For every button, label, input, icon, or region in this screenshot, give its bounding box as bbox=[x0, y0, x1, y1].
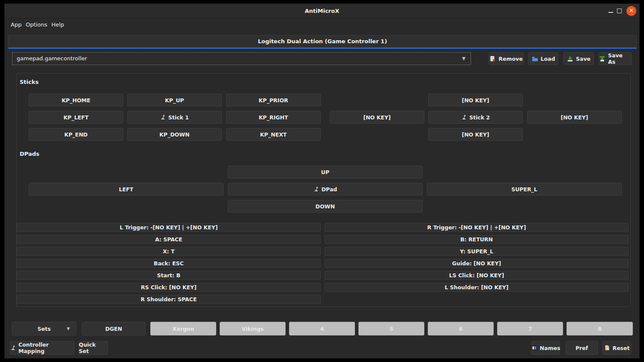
stick2-down-button[interactable]: [NO KEY] bbox=[428, 128, 523, 141]
save-icon bbox=[567, 56, 573, 62]
l-trigger-button[interactable]: L Trigger: -[NO KEY] | +[NO KEY] bbox=[17, 223, 321, 232]
sets-dropdown-button[interactable]: Sets ▼ bbox=[12, 322, 76, 335]
b-button[interactable]: B: RETURN bbox=[325, 235, 629, 244]
chevron-down-icon: ▼ bbox=[67, 326, 70, 331]
pref-button[interactable]: Pref bbox=[566, 341, 598, 355]
stick1-center-button[interactable]: Stick 1 bbox=[127, 111, 222, 124]
close-button[interactable]: ✕ bbox=[626, 6, 636, 16]
names-icon bbox=[531, 345, 537, 351]
dpad-up-button[interactable]: UP bbox=[228, 166, 423, 178]
sets-dropdown-label: Sets bbox=[38, 326, 51, 332]
load-button-label: Load bbox=[541, 56, 555, 62]
stick1-right-button[interactable]: KP_RIGHT bbox=[226, 111, 321, 124]
set-tab-8[interactable]: 8 bbox=[566, 322, 633, 335]
profile-combobox-value: gamepad.gamecontroller bbox=[17, 55, 87, 62]
dpad-label: DPad bbox=[322, 186, 337, 193]
save-button-label: Save bbox=[576, 56, 590, 62]
r-shoulder-button[interactable]: R Shoulder: SPACE bbox=[17, 295, 321, 304]
dpads-section-label: DPads bbox=[20, 151, 39, 157]
window-title: AntiMicroX bbox=[5, 4, 639, 18]
minimize-button[interactable] bbox=[607, 7, 615, 15]
dpad-left-button[interactable]: LEFT bbox=[29, 183, 224, 196]
stick2-left-button[interactable]: [NO KEY] bbox=[330, 111, 424, 124]
load-button[interactable]: Load bbox=[528, 52, 558, 65]
stick1-up-right-button[interactable]: KP_PRIOR bbox=[226, 94, 321, 107]
stick2-label: Stick 2 bbox=[469, 114, 490, 121]
save-as-icon bbox=[599, 56, 605, 62]
x-button[interactable]: X: T bbox=[17, 247, 321, 256]
stick1-down-left-button[interactable]: KP_END bbox=[29, 128, 123, 141]
remove-button-label: Remove bbox=[498, 56, 522, 62]
app-window: AntiMicroX ✕ App Options Help Logitech D… bbox=[4, 3, 640, 359]
set-tab-4[interactable]: 4 bbox=[289, 322, 355, 335]
menu-app[interactable]: App bbox=[8, 19, 24, 30]
stick1-label: Stick 1 bbox=[168, 114, 189, 121]
set-tab-5[interactable]: 5 bbox=[358, 322, 424, 335]
joystick-icon bbox=[461, 115, 467, 120]
menu-help[interactable]: Help bbox=[49, 19, 67, 30]
stick1-down-button[interactable]: KP_DOWN bbox=[127, 128, 222, 141]
controller-mapping-button[interactable]: Controller Mapping bbox=[10, 341, 75, 355]
l-shoulder-button[interactable]: L Shoulder: [NO KEY] bbox=[325, 283, 629, 292]
ls-click-button[interactable]: LS Click: [NO KEY] bbox=[325, 271, 629, 280]
back-button[interactable]: Back: ESC bbox=[17, 259, 321, 268]
set-tab-1[interactable]: DGEN bbox=[82, 322, 146, 335]
set-tab-7[interactable]: 7 bbox=[497, 322, 563, 335]
reset-button-label: Reset bbox=[613, 345, 630, 351]
joystick-icon bbox=[10, 345, 16, 351]
profile-combobox[interactable]: gamepad.gamecontroller ▼ bbox=[12, 52, 471, 65]
set-tab-6[interactable]: 6 bbox=[428, 322, 494, 335]
stick2-up-button[interactable]: [NO KEY] bbox=[428, 94, 523, 107]
chevron-down-icon: ▼ bbox=[462, 53, 465, 65]
dpad-right-button[interactable]: SUPER_L bbox=[427, 183, 622, 196]
dpad-down-button[interactable]: DOWN bbox=[228, 200, 423, 213]
remove-button[interactable]: Remove bbox=[489, 52, 524, 65]
quick-set-button[interactable]: Quick Set bbox=[78, 341, 108, 355]
stick1-left-button[interactable]: KP_LEFT bbox=[29, 111, 123, 124]
remove-profile-icon bbox=[489, 56, 496, 62]
reset-button[interactable]: Reset bbox=[602, 341, 631, 355]
minimize-icon bbox=[608, 12, 613, 13]
rs-click-button[interactable]: RS Click: [NO KEY] bbox=[17, 283, 321, 292]
names-button-label: Names bbox=[540, 345, 561, 351]
y-button[interactable]: Y: SUPER_L bbox=[325, 247, 629, 256]
menubar: App Options Help bbox=[5, 19, 639, 30]
joystick-icon bbox=[313, 187, 319, 192]
guide-button[interactable]: Guide: [NO KEY] bbox=[325, 259, 629, 268]
dpad-center-button[interactable]: DPad bbox=[228, 183, 423, 196]
r-trigger-button[interactable]: R Trigger: -[NO KEY] | +[NO KEY] bbox=[325, 223, 629, 232]
joystick-icon bbox=[160, 115, 166, 120]
stick2-center-button[interactable]: Stick 2 bbox=[428, 111, 523, 124]
close-icon: ✕ bbox=[629, 7, 634, 14]
controller-tab[interactable]: Logitech Dual Action (Game Controller 1) bbox=[8, 35, 637, 49]
stick1-down-right-button[interactable]: KP_NEXT bbox=[226, 128, 321, 141]
controller-mapping-label: Controller Mapping bbox=[18, 341, 74, 354]
reset-icon bbox=[604, 345, 610, 351]
save-as-button-label: Save As bbox=[608, 52, 631, 65]
maximize-icon bbox=[617, 9, 622, 13]
load-folder-icon bbox=[532, 56, 538, 62]
names-button[interactable]: Names bbox=[531, 341, 560, 355]
set-tab-2[interactable]: Xargon bbox=[150, 322, 216, 335]
stick1-up-left-button[interactable]: KP_HOME bbox=[29, 94, 123, 107]
titlebar: AntiMicroX ✕ bbox=[5, 4, 639, 18]
stick1-up-button[interactable]: KP_UP bbox=[127, 94, 222, 107]
menu-options[interactable]: Options bbox=[23, 19, 50, 30]
save-as-button[interactable]: Save As bbox=[599, 52, 632, 65]
save-button[interactable]: Save bbox=[564, 52, 594, 65]
start-button[interactable]: Start: B bbox=[17, 271, 321, 280]
a-button[interactable]: A: SPACE bbox=[17, 235, 321, 244]
set-tab-3[interactable]: Vikings bbox=[220, 322, 286, 335]
sticks-section-label: Sticks bbox=[20, 79, 39, 85]
stick2-right-button[interactable]: [NO KEY] bbox=[527, 111, 622, 124]
maximize-button[interactable] bbox=[615, 7, 624, 15]
